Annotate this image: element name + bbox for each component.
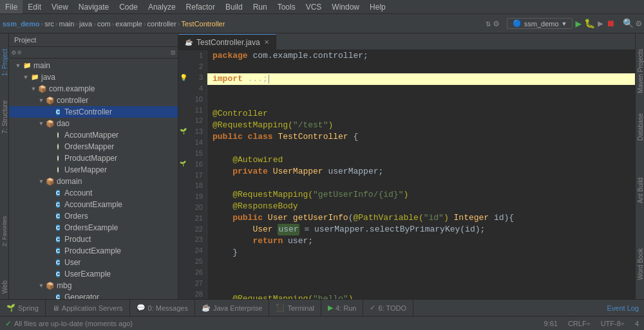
tab-favorites[interactable]: 2: Favorites: [0, 214, 9, 249]
menu-code[interactable]: Code: [114, 0, 143, 14]
menu-refactor[interactable]: Refactor: [181, 0, 220, 14]
run-button[interactable]: ▶: [575, 17, 582, 30]
run-configuration[interactable]: 🔵 ssm_demo ▼: [507, 18, 573, 29]
code-line-16: private UserMapper userMapper;: [207, 166, 635, 178]
bottom-right: Event Log: [607, 304, 644, 312]
tab-run[interactable]: ▶ 4: Run: [321, 300, 363, 316]
tree-item-dao[interactable]: ▼ 📦 dao: [9, 118, 178, 129]
menu-window[interactable]: Window: [327, 0, 365, 14]
debug-button[interactable]: 🐛: [584, 18, 595, 29]
tree-item-java[interactable]: ▼ 📁 java: [9, 71, 178, 83]
gutter-line-24: 24: [178, 245, 207, 256]
tree-item-accountmapper[interactable]: I AccountMapper: [9, 129, 178, 141]
breadcrumb-testcontroller[interactable]: TestController: [182, 20, 225, 28]
ant-build-tab[interactable]: Ant Build: [636, 175, 644, 206]
tree-item-generator[interactable]: C Generator: [9, 291, 178, 299]
tree-arrow-ordersmapper: [45, 143, 53, 150]
sidebar-collapse-icon[interactable]: ⊡: [171, 48, 175, 57]
settings-icon[interactable]: ⚙: [493, 18, 498, 29]
run-config-icon: 🔵: [513, 19, 522, 28]
code-line-24: [207, 259, 635, 270]
gutter-line-4: 4: [178, 82, 207, 93]
tree-item-account[interactable]: C Account: [9, 187, 178, 199]
word-book-tab[interactable]: Word Book: [636, 246, 644, 282]
search-everywhere-button[interactable]: 🔍: [623, 18, 634, 29]
code-line-18: @RequestMapping("getUserInfo/{id}"): [207, 189, 635, 201]
sidebar-filter-icon[interactable]: ≡: [17, 49, 22, 57]
settings-gear-button[interactable]: ⚙: [636, 18, 641, 29]
code-line-21: User user = userMapper.selectByPrimaryKe…: [207, 224, 635, 235]
breadcrumb-example[interactable]: example: [115, 20, 142, 28]
tab-java-enterprise[interactable]: ☕ Java Enterprise: [195, 300, 269, 316]
tab-web[interactable]: Web: [0, 278, 10, 296]
breadcrumb-src[interactable]: src: [44, 20, 54, 28]
menu-analyze[interactable]: Analyze: [143, 0, 181, 14]
menu-run[interactable]: Run: [248, 0, 272, 14]
tree-item-productexample[interactable]: C ProductExample: [9, 245, 178, 257]
tree-item-userexample[interactable]: C UserExample: [9, 268, 178, 280]
tree-item-ordersexample[interactable]: C OrdersExample: [9, 222, 178, 234]
sort-icon[interactable]: ⇅: [486, 18, 491, 29]
menu-build[interactable]: Build: [220, 0, 248, 14]
tree-item-controller[interactable]: ▼ 📦 controller: [9, 95, 178, 106]
tab-close-button[interactable]: ✕: [264, 39, 269, 46]
tree-item-mbg[interactable]: ▼ 📦 mbg: [9, 280, 178, 291]
tree-item-orders[interactable]: C Orders: [9, 210, 178, 222]
project-sidebar: Project ⚙ ≡ ⊡ ▼ 📁 main ▼ 📁 java: [9, 33, 178, 299]
tree-item-user[interactable]: C User: [9, 257, 178, 268]
breadcrumb-project[interactable]: ssm_demo: [3, 20, 39, 28]
indent-size[interactable]: 4: [635, 320, 639, 327]
tree-arrow-userexample: [45, 271, 53, 277]
menu-vcs[interactable]: VCS: [301, 0, 327, 14]
str-getuserinfo: "getUserInfo/{id}": [313, 189, 403, 201]
class-user-icon: C: [53, 257, 63, 268]
line-separator[interactable]: CRLF÷: [568, 320, 591, 327]
class-productexample-icon: C: [53, 246, 63, 256]
menu-file[interactable]: File: [0, 0, 23, 14]
gutter-line-12: 12: [178, 115, 207, 126]
toolbar-right: ⇅ ⚙ 🔵 ssm_demo ▼ ▶ 🐛 ▶ ⏹ 🔍 ⚙: [486, 17, 641, 30]
maven-projects-tab[interactable]: Maven Projects: [636, 46, 644, 96]
tree-item-usermapper[interactable]: I UserMapper: [9, 164, 178, 176]
menu-navigate[interactable]: Navigate: [73, 0, 114, 14]
tab-spring[interactable]: 🌱 Spring: [0, 300, 46, 316]
status-message: All files are up-to-date (moments ago): [14, 320, 133, 327]
menu-help[interactable]: Help: [365, 0, 391, 14]
tree-item-main[interactable]: ▼ 📁 main: [9, 60, 178, 71]
tree-item-accountexample[interactable]: C AccountExample: [9, 199, 178, 210]
sidebar-gear-icon[interactable]: ⚙: [12, 48, 16, 57]
cls-testcontroller: TestController: [278, 131, 353, 143]
tab-structure[interactable]: 7: Structure: [0, 98, 10, 136]
code-content[interactable]: package com.example.controller; import .…: [207, 50, 635, 299]
tab-terminal[interactable]: ⬛ Terminal: [269, 300, 321, 316]
menu-edit[interactable]: Edit: [23, 0, 46, 14]
tree-item-testcontroller[interactable]: C TestController: [9, 106, 178, 118]
tree-item-domain[interactable]: ▼ 📦 domain: [9, 176, 178, 187]
tree-item-product[interactable]: C Product: [9, 234, 178, 245]
tab-messages[interactable]: 💬 0: Messages: [130, 300, 195, 316]
tab-project[interactable]: 1: Project: [0, 46, 10, 78]
menu-view[interactable]: View: [46, 0, 73, 14]
breadcrumb-main[interactable]: main: [59, 20, 75, 28]
database-tab[interactable]: Database: [636, 111, 644, 143]
stop-button[interactable]: ⏹: [606, 19, 615, 29]
tree-item-productmapper[interactable]: I ProductMapper: [9, 152, 178, 164]
cursor-position[interactable]: 9:61: [544, 320, 557, 327]
tree-item-ordersmapper[interactable]: I OrdersMapper: [9, 141, 178, 152]
tree-label-account: Account: [64, 188, 92, 197]
menu-tools[interactable]: Tools: [272, 0, 301, 14]
run-config-dropdown[interactable]: ▼: [562, 21, 567, 27]
breadcrumb-controller[interactable]: controller: [147, 20, 176, 28]
kw-import: import: [213, 73, 248, 85]
class-ordersmapper-icon: I: [53, 142, 63, 152]
breadcrumb-com[interactable]: com: [97, 20, 111, 28]
tree-label-domain: domain: [57, 177, 82, 186]
tab-app-servers[interactable]: 🖥 Application Servers: [46, 300, 130, 316]
breadcrumb-java[interactable]: java: [79, 20, 92, 28]
tab-todo[interactable]: ✓ 6: TODO: [363, 300, 413, 316]
tab-testcontroller[interactable]: ☕ TestController.java ✕: [178, 34, 276, 50]
event-log-link[interactable]: Event Log: [607, 304, 639, 312]
run-coverage-button[interactable]: ▶: [598, 18, 603, 29]
tree-item-com-example[interactable]: ▼ 📦 com.example: [9, 83, 178, 95]
encoding[interactable]: UTF-8÷: [601, 320, 625, 327]
